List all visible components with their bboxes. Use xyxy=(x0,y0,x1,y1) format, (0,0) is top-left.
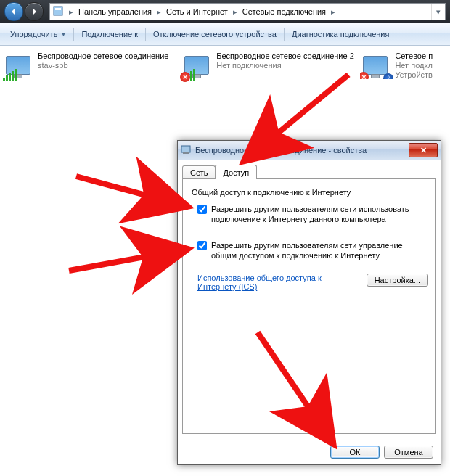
dialog-title: Беспроводное сетевое соединение - свойст… xyxy=(195,146,438,155)
addr-dropdown[interactable]: ▾ xyxy=(431,4,445,20)
tab-network[interactable]: Сеть xyxy=(182,165,216,179)
organize-label: Упорядочить xyxy=(10,30,57,38)
diagnose-label: Диагностика подключения xyxy=(292,30,389,38)
close-button[interactable]: ✕ xyxy=(409,143,438,157)
ics-link[interactable]: Использование общего доступа к Интернету… xyxy=(197,274,343,291)
bluetooth-icon: ᛒ xyxy=(383,73,393,79)
disable-device-label: Отключение сетевого устройства xyxy=(153,30,277,38)
ok-button[interactable]: ОК xyxy=(330,446,380,459)
tab-strip: Сеть Доступ xyxy=(182,163,436,179)
chevron-down-icon: ▼ xyxy=(60,31,66,38)
connection-subtitle: stav-spb xyxy=(38,61,168,70)
svg-line-5 xyxy=(76,176,189,207)
organize-menu[interactable]: Упорядочить ▼ xyxy=(4,23,72,45)
group-title: Общий доступ к подключению к Интернету xyxy=(192,188,428,197)
connection-title: Беспроводное сетевое соединение xyxy=(38,52,168,60)
allow-share-label: Разрешить другим пользователям сети испо… xyxy=(211,204,428,224)
allow-control-checkbox[interactable] xyxy=(197,241,207,250)
back-button[interactable] xyxy=(4,2,23,21)
tab-sharing[interactable]: Доступ xyxy=(215,165,257,179)
arrow-right-icon xyxy=(30,7,38,16)
connection-title: Беспроводное сетевое соединение 2 xyxy=(216,52,354,60)
breadcrumb-control-panel[interactable]: Панель управления xyxy=(76,7,154,16)
svg-rect-2 xyxy=(181,146,190,152)
forward-button[interactable] xyxy=(25,2,44,21)
dialog-titlebar[interactable]: Беспроводное сетевое соединение - свойст… xyxy=(178,141,441,160)
allow-control-label: Разрешить другим пользователям сети упра… xyxy=(211,240,428,260)
connection-subtitle: Нет подключения xyxy=(216,61,354,70)
connection-item[interactable]: × Беспроводное сетевое соединение 2 Нет … xyxy=(181,52,360,79)
toolbar: Упорядочить ▼ Подключение к Отключение с… xyxy=(0,23,450,46)
separator xyxy=(73,28,74,41)
diagnose-button[interactable]: Диагностика подключения xyxy=(286,23,395,45)
separator xyxy=(284,28,285,41)
control-panel-icon xyxy=(53,6,63,17)
separator xyxy=(145,28,146,41)
breadcrumb-sep: ▸ xyxy=(157,7,161,17)
address-bar[interactable]: ▸ Панель управления ▸ Сеть и Интернет ▸ … xyxy=(49,3,446,20)
connection-title: Сетевое п xyxy=(395,52,433,60)
content-area: Беспроводное сетевое соединение stav-spb… xyxy=(0,46,450,476)
connect-to-label: Подключение к xyxy=(81,30,138,38)
nic-icon xyxy=(181,144,191,156)
svg-rect-3 xyxy=(183,152,189,154)
close-icon: ✕ xyxy=(420,146,427,155)
connect-to-menu[interactable]: Подключение к xyxy=(75,23,144,45)
svg-line-6 xyxy=(69,249,189,271)
nav-bar: ▸ Панель управления ▸ Сеть и Интернет ▸ … xyxy=(0,0,450,23)
disable-device-button[interactable]: Отключение сетевого устройства xyxy=(147,23,282,45)
connection-item[interactable]: Беспроводное сетевое соединение stav-spb xyxy=(3,52,181,79)
arrow-left-icon xyxy=(9,7,18,16)
ethernet-connection-icon: × ᛒ xyxy=(360,52,390,79)
properties-dialog: Беспроводное сетевое соединение - свойст… xyxy=(177,140,441,465)
tab-panel-sharing: Общий доступ к подключению к Интернету Р… xyxy=(182,178,436,434)
connection-item[interactable]: × ᛒ Сетевое п Нет подкл Устройств xyxy=(360,52,447,79)
breadcrumb-sep: ▸ xyxy=(233,7,237,17)
wifi-connection-icon xyxy=(3,52,33,79)
svg-rect-1 xyxy=(55,8,61,10)
breadcrumb-sep: ▸ xyxy=(331,7,335,17)
cancel-button[interactable]: Отмена xyxy=(384,446,433,459)
breadcrumb-network-connections[interactable]: Сетевые подключения xyxy=(240,7,328,16)
settings-button[interactable]: Настройка... xyxy=(367,274,428,287)
breadcrumb-network-internet[interactable]: Сеть и Интернет xyxy=(164,7,230,16)
allow-share-checkbox[interactable] xyxy=(197,205,207,214)
connection-detail: Устройств xyxy=(395,70,433,79)
wifi-connection-icon: × xyxy=(181,52,212,79)
svg-rect-0 xyxy=(54,7,62,15)
breadcrumb-sep: ▸ xyxy=(69,7,73,17)
connection-subtitle: Нет подкл xyxy=(395,61,433,70)
